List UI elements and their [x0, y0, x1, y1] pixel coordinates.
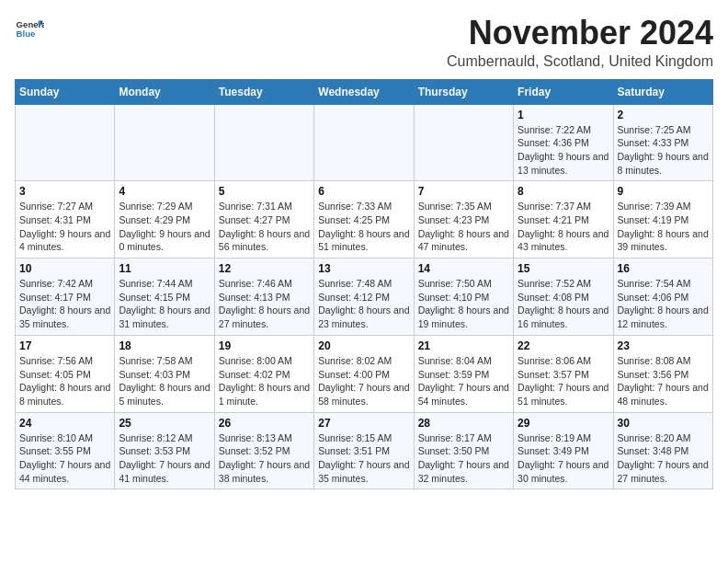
day-info: Sunrise: 7:56 AM Sunset: 4:05 PM Dayligh…	[19, 354, 110, 408]
week-row-3: 17Sunrise: 7:56 AM Sunset: 4:05 PM Dayli…	[16, 335, 713, 412]
day-number: 15	[518, 262, 609, 275]
header: General Blue November 2024 Cumbernauld, …	[15, 15, 713, 70]
day-number: 3	[19, 185, 110, 198]
column-header-saturday: Saturday	[613, 79, 712, 104]
location-title: Cumbernauld, Scotland, United Kingdom	[447, 53, 713, 70]
calendar-cell	[414, 104, 513, 181]
day-info: Sunrise: 7:52 AM Sunset: 4:08 PM Dayligh…	[518, 277, 609, 331]
day-info: Sunrise: 8:10 AM Sunset: 3:55 PM Dayligh…	[19, 431, 110, 486]
calendar-cell: 8Sunrise: 7:37 AM Sunset: 4:21 PM Daylig…	[514, 181, 613, 259]
column-header-friday: Friday	[514, 79, 613, 104]
month-title: November 2024	[447, 15, 713, 52]
day-info: Sunrise: 8:00 AM Sunset: 4:02 PM Dayligh…	[219, 354, 310, 408]
day-info: Sunrise: 8:15 AM Sunset: 3:51 PM Dayligh…	[318, 431, 409, 486]
day-info: Sunrise: 7:54 AM Sunset: 4:06 PM Dayligh…	[618, 277, 709, 331]
svg-text:Blue: Blue	[17, 29, 36, 39]
calendar-cell: 5Sunrise: 7:31 AM Sunset: 4:27 PM Daylig…	[214, 181, 313, 259]
calendar-cell: 6Sunrise: 7:33 AM Sunset: 4:25 PM Daylig…	[314, 181, 414, 259]
calendar-cell: 21Sunrise: 8:04 AM Sunset: 3:59 PM Dayli…	[414, 335, 513, 412]
day-number: 8	[518, 185, 609, 198]
day-number: 2	[618, 109, 709, 121]
day-info: Sunrise: 7:31 AM Sunset: 4:27 PM Dayligh…	[219, 200, 310, 254]
day-info: Sunrise: 8:13 AM Sunset: 3:52 PM Dayligh…	[219, 431, 310, 486]
calendar-body: 1Sunrise: 7:22 AM Sunset: 4:36 PM Daylig…	[16, 104, 713, 489]
day-number: 25	[119, 417, 210, 430]
day-number: 26	[219, 417, 310, 430]
calendar-cell: 7Sunrise: 7:35 AM Sunset: 4:23 PM Daylig…	[414, 181, 513, 259]
calendar-cell: 25Sunrise: 8:12 AM Sunset: 3:53 PM Dayli…	[115, 412, 214, 489]
day-info: Sunrise: 8:19 AM Sunset: 3:49 PM Dayligh…	[518, 431, 609, 486]
day-info: Sunrise: 8:17 AM Sunset: 3:50 PM Dayligh…	[418, 431, 509, 486]
calendar-cell: 30Sunrise: 8:20 AM Sunset: 3:48 PM Dayli…	[613, 412, 712, 489]
day-number: 19	[219, 339, 310, 352]
day-number: 12	[219, 262, 310, 275]
calendar-cell: 19Sunrise: 8:00 AM Sunset: 4:02 PM Dayli…	[214, 335, 313, 412]
calendar-cell: 11Sunrise: 7:44 AM Sunset: 4:15 PM Dayli…	[115, 259, 214, 336]
day-info: Sunrise: 7:58 AM Sunset: 4:03 PM Dayligh…	[119, 354, 210, 408]
day-info: Sunrise: 7:48 AM Sunset: 4:12 PM Dayligh…	[318, 277, 409, 331]
day-info: Sunrise: 7:39 AM Sunset: 4:19 PM Dayligh…	[618, 200, 709, 254]
week-row-1: 3Sunrise: 7:27 AM Sunset: 4:31 PM Daylig…	[16, 181, 713, 259]
day-info: Sunrise: 7:33 AM Sunset: 4:25 PM Dayligh…	[318, 200, 409, 254]
day-info: Sunrise: 7:42 AM Sunset: 4:17 PM Dayligh…	[19, 277, 110, 331]
day-number: 14	[418, 262, 509, 275]
calendar-cell: 2Sunrise: 7:25 AM Sunset: 4:33 PM Daylig…	[613, 104, 712, 181]
calendar-cell: 24Sunrise: 8:10 AM Sunset: 3:55 PM Dayli…	[16, 412, 115, 489]
day-info: Sunrise: 8:04 AM Sunset: 3:59 PM Dayligh…	[418, 354, 509, 408]
calendar-cell: 26Sunrise: 8:13 AM Sunset: 3:52 PM Dayli…	[214, 412, 313, 489]
calendar-cell	[314, 104, 414, 181]
calendar-table: SundayMondayTuesdayWednesdayThursdayFrid…	[15, 79, 713, 490]
day-number: 13	[318, 262, 409, 275]
day-number: 29	[518, 417, 609, 430]
week-row-2: 10Sunrise: 7:42 AM Sunset: 4:17 PM Dayli…	[16, 259, 713, 336]
calendar-cell: 17Sunrise: 7:56 AM Sunset: 4:05 PM Dayli…	[16, 335, 115, 412]
day-number: 28	[418, 417, 509, 430]
calendar-cell: 18Sunrise: 7:58 AM Sunset: 4:03 PM Dayli…	[115, 335, 214, 412]
day-info: Sunrise: 7:46 AM Sunset: 4:13 PM Dayligh…	[219, 277, 310, 331]
day-number: 27	[318, 417, 409, 430]
calendar-cell: 10Sunrise: 7:42 AM Sunset: 4:17 PM Dayli…	[16, 259, 115, 336]
calendar-cell: 23Sunrise: 8:08 AM Sunset: 3:56 PM Dayli…	[613, 335, 712, 412]
column-header-tuesday: Tuesday	[214, 79, 313, 104]
week-row-4: 24Sunrise: 8:10 AM Sunset: 3:55 PM Dayli…	[16, 412, 713, 489]
calendar-cell: 15Sunrise: 7:52 AM Sunset: 4:08 PM Dayli…	[514, 259, 613, 336]
day-info: Sunrise: 7:29 AM Sunset: 4:29 PM Dayligh…	[119, 200, 210, 254]
title-area: November 2024 Cumbernauld, Scotland, Uni…	[447, 15, 713, 70]
day-number: 9	[618, 185, 709, 198]
calendar-cell: 14Sunrise: 7:50 AM Sunset: 4:10 PM Dayli…	[414, 259, 513, 336]
day-number: 10	[19, 262, 110, 275]
day-number: 24	[19, 417, 110, 430]
header-row: SundayMondayTuesdayWednesdayThursdayFrid…	[16, 79, 713, 104]
day-number: 30	[618, 417, 709, 430]
logo-icon: General Blue	[15, 15, 44, 44]
day-number: 7	[418, 185, 509, 198]
day-info: Sunrise: 7:22 AM Sunset: 4:36 PM Dayligh…	[518, 123, 609, 178]
day-info: Sunrise: 8:20 AM Sunset: 3:48 PM Dayligh…	[618, 431, 709, 486]
day-info: Sunrise: 8:06 AM Sunset: 3:57 PM Dayligh…	[518, 354, 609, 408]
day-number: 18	[119, 339, 210, 352]
day-number: 20	[318, 339, 409, 352]
day-number: 1	[518, 109, 609, 121]
calendar-header: SundayMondayTuesdayWednesdayThursdayFrid…	[16, 79, 713, 104]
day-info: Sunrise: 7:37 AM Sunset: 4:21 PM Dayligh…	[518, 200, 609, 254]
column-header-thursday: Thursday	[414, 79, 513, 104]
day-info: Sunrise: 7:44 AM Sunset: 4:15 PM Dayligh…	[119, 277, 210, 331]
day-info: Sunrise: 8:12 AM Sunset: 3:53 PM Dayligh…	[119, 431, 210, 486]
day-number: 11	[119, 262, 210, 275]
day-number: 23	[618, 339, 709, 352]
calendar-cell: 22Sunrise: 8:06 AM Sunset: 3:57 PM Dayli…	[514, 335, 613, 412]
calendar-cell	[214, 104, 313, 181]
day-number: 5	[219, 185, 310, 198]
calendar-cell: 28Sunrise: 8:17 AM Sunset: 3:50 PM Dayli…	[414, 412, 513, 489]
calendar-cell: 16Sunrise: 7:54 AM Sunset: 4:06 PM Dayli…	[613, 259, 712, 336]
calendar-cell: 13Sunrise: 7:48 AM Sunset: 4:12 PM Dayli…	[314, 259, 414, 336]
calendar-cell: 4Sunrise: 7:29 AM Sunset: 4:29 PM Daylig…	[115, 181, 214, 259]
week-row-0: 1Sunrise: 7:22 AM Sunset: 4:36 PM Daylig…	[16, 104, 713, 181]
calendar-cell	[16, 104, 115, 181]
day-info: Sunrise: 7:25 AM Sunset: 4:33 PM Dayligh…	[618, 123, 709, 178]
day-number: 6	[318, 185, 409, 198]
calendar-cell: 29Sunrise: 8:19 AM Sunset: 3:49 PM Dayli…	[514, 412, 613, 489]
day-info: Sunrise: 7:27 AM Sunset: 4:31 PM Dayligh…	[19, 200, 110, 254]
day-info: Sunrise: 7:35 AM Sunset: 4:23 PM Dayligh…	[418, 200, 509, 254]
day-info: Sunrise: 7:50 AM Sunset: 4:10 PM Dayligh…	[418, 277, 509, 331]
